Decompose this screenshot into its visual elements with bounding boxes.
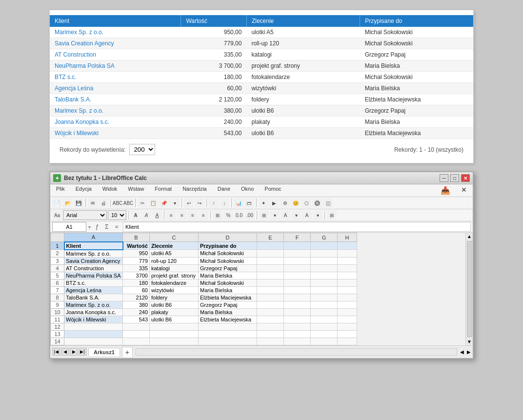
cell-1-F[interactable]: [284, 242, 311, 250]
hscroll-right[interactable]: ▶: [467, 349, 471, 355]
cell-2-G[interactable]: [311, 250, 338, 258]
toolbar-redo[interactable]: ↪: [195, 198, 204, 208]
menu-okno[interactable]: Okno: [239, 185, 256, 196]
col-header-C[interactable]: C: [150, 233, 199, 242]
toolbar-underline[interactable]: A: [152, 210, 162, 220]
cell-5-E[interactable]: [257, 272, 284, 279]
toolbar-font-color[interactable]: A: [302, 210, 312, 220]
cell-14-G[interactable]: [311, 338, 338, 345]
toolbar-merge[interactable]: ⊞: [213, 210, 222, 220]
cell-12-C[interactable]: [150, 323, 199, 330]
col-header-D[interactable]: D: [199, 233, 257, 242]
cell-13-F[interactable]: [284, 330, 311, 338]
toolbar-extra1[interactable]: ⚙: [280, 198, 290, 208]
toolbar-open[interactable]: 📂: [63, 198, 73, 208]
toolbar-align-justify[interactable]: ≡: [199, 210, 208, 220]
cell-10-G[interactable]: [311, 308, 338, 316]
cell-9-C[interactable]: ulotki B6: [150, 301, 199, 308]
cell-klient[interactable]: TaloBank S.A.: [50, 94, 181, 105]
toolbar-extra3[interactable]: ⬡: [302, 198, 311, 208]
toolbar-paste[interactable]: 📌: [159, 198, 169, 208]
cell-klient[interactable]: Agencja Leśna: [50, 83, 181, 94]
toolbar-extra2[interactable]: 😊: [291, 198, 301, 208]
toolbar-pivot[interactable]: 🗃: [244, 198, 254, 208]
cell-12-D[interactable]: [199, 323, 257, 330]
toolbar-decimals-less[interactable]: .00: [245, 210, 255, 220]
col-header-F[interactable]: F: [284, 233, 311, 242]
cell-11-E[interactable]: [257, 316, 284, 323]
cell-4-H[interactable]: [338, 264, 357, 272]
cell-3-B[interactable]: 779: [123, 257, 150, 264]
cell-14-F[interactable]: [284, 338, 311, 345]
cell-13-C[interactable]: [150, 330, 199, 338]
cell-9-G[interactable]: [311, 301, 338, 308]
cell-13-G[interactable]: [311, 330, 338, 338]
cell-4-C[interactable]: katalogi: [150, 264, 199, 272]
toolbar-borders[interactable]: ⊞: [259, 210, 269, 220]
menu-narzedzia[interactable]: Narzędzia: [181, 185, 209, 196]
toolbar-spellcheck[interactable]: ABC: [113, 198, 122, 208]
toolbar-paste-dropdown[interactable]: ▾: [170, 198, 180, 208]
toolbar-style[interactable]: Aa: [52, 210, 62, 220]
formula-input[interactable]: [123, 222, 471, 232]
sheet-add-button[interactable]: +: [122, 347, 133, 357]
cell-5-H[interactable]: [338, 272, 357, 279]
cell-7-B[interactable]: 60: [123, 286, 150, 294]
cell-7-A[interactable]: Agencja Leśna: [64, 286, 123, 294]
cell-klient[interactable]: Marimex Sp. z o.o.: [50, 27, 181, 38]
sheet-nav-first[interactable]: |◀: [52, 348, 60, 356]
cell-2-E[interactable]: [257, 250, 284, 258]
toolbar-italic[interactable]: A: [141, 210, 151, 220]
cell-klient[interactable]: NeuPharma Polska SA: [50, 60, 181, 72]
cell-3-G[interactable]: [311, 257, 338, 264]
sheet-nav-next[interactable]: ▶: [70, 348, 78, 356]
toolbar-extra-grid[interactable]: ⊞: [327, 210, 337, 220]
toolbar-copy[interactable]: 📋: [148, 198, 158, 208]
lo-horizontal-scrollbar[interactable]: [136, 348, 457, 356]
cell-4-F[interactable]: [284, 264, 311, 272]
cell-8-E[interactable]: [257, 294, 284, 301]
toolbar-font-dropdown[interactable]: ▾: [313, 210, 322, 220]
cell-10-C[interactable]: plakaty: [150, 308, 199, 316]
cell-9-B[interactable]: 380: [123, 301, 150, 308]
toolbar-spellcheck2[interactable]: ABC: [123, 198, 133, 208]
cell-2-A[interactable]: Marimex Sp. z o.o.: [64, 250, 123, 258]
cell-14-A[interactable]: [64, 338, 123, 345]
cell-9-D[interactable]: Grzegorz Papaj: [199, 301, 257, 308]
sheet-nav-prev[interactable]: ◀: [61, 348, 69, 356]
cell-14-E[interactable]: [257, 338, 284, 345]
col-header-E[interactable]: E: [257, 233, 284, 242]
cell-5-F[interactable]: [284, 272, 311, 279]
formula-eq-icon[interactable]: =: [112, 222, 121, 231]
cell-10-F[interactable]: [284, 308, 311, 316]
toolbar-extra5[interactable]: ◫: [323, 198, 333, 208]
cell-1-G[interactable]: [311, 242, 338, 250]
cell-14-B[interactable]: [123, 338, 150, 345]
cell-14-H[interactable]: [338, 338, 357, 345]
cell-12-B[interactable]: [123, 323, 150, 330]
cell-6-C[interactable]: fotokalendarze: [150, 279, 199, 286]
toolbar-undo[interactable]: ↩: [184, 198, 194, 208]
toolbar-bold[interactable]: A: [131, 210, 141, 220]
cell-1-D[interactable]: Przypisane do: [199, 242, 257, 250]
cell-7-D[interactable]: Maria Bielska: [199, 286, 257, 294]
col-header-A[interactable]: A: [64, 233, 123, 242]
cell-13-D[interactable]: [199, 330, 257, 338]
menu-plik[interactable]: Plik: [54, 185, 67, 196]
cell-9-F[interactable]: [284, 301, 311, 308]
toolbar-macro[interactable]: ▶: [269, 198, 279, 208]
formula-sum-icon[interactable]: Σ: [102, 222, 111, 231]
cell-11-B[interactable]: 543: [123, 316, 150, 323]
cell-13-A[interactable]: [64, 330, 123, 338]
toolbar-border-dropdown[interactable]: ▾: [270, 210, 280, 220]
cell-9-E[interactable]: [257, 301, 284, 308]
cell-10-B[interactable]: 240: [123, 308, 150, 316]
cell-4-G[interactable]: [311, 264, 338, 272]
cell-10-E[interactable]: [257, 308, 284, 316]
toolbar-sort-asc[interactable]: ↑: [209, 198, 219, 208]
toolbar-save[interactable]: 💾: [74, 198, 83, 208]
lo-minimize-button[interactable]: ─: [440, 174, 448, 182]
cell-6-H[interactable]: [338, 279, 357, 286]
toolbar-email[interactable]: ✉: [88, 198, 98, 208]
cell-7-C[interactable]: wizytówki: [150, 286, 199, 294]
